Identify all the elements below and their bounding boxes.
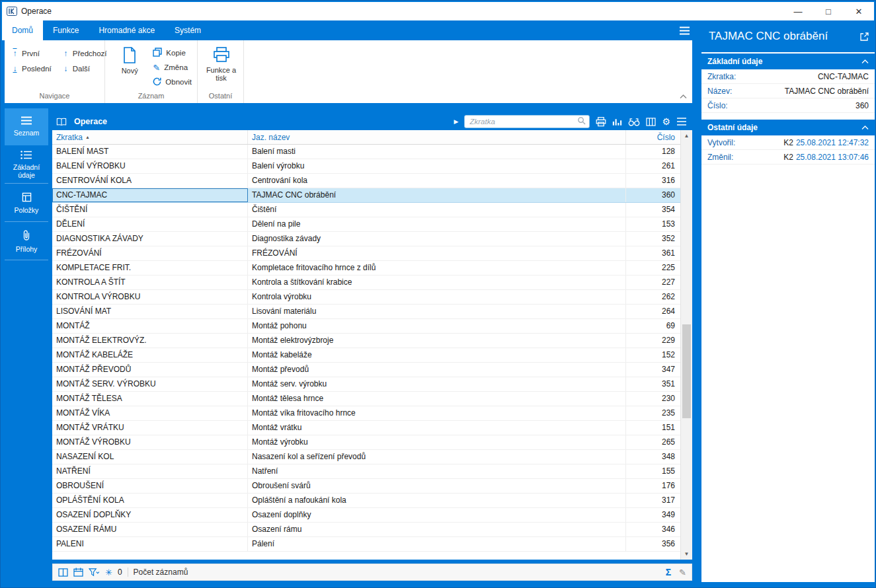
cell-nazev[interactable]: Kontrola výrobku [248, 290, 626, 304]
cell-cislo[interactable]: 152 [626, 348, 680, 362]
cell-cislo[interactable]: 153 [626, 217, 680, 231]
gear-icon[interactable]: ⚙ [662, 117, 670, 126]
cell-nazev[interactable]: Osazení rámu [248, 523, 626, 536]
cell-zkratka[interactable]: MONTÁŽ ELEKTROVÝZ. [52, 334, 248, 348]
cell-nazev[interactable]: Centrování kola [248, 174, 626, 188]
scroll-up-icon[interactable]: ▲ [681, 130, 692, 141]
view-columns-icon[interactable] [58, 568, 68, 577]
cell-zkratka[interactable]: OPLÁŠTĚNÍ KOLA [52, 494, 248, 507]
tab-hromadne-akce[interactable]: Hromadné akce [89, 20, 165, 40]
table-row[interactable]: KOMPLETACE FRIT.Kompletace fritovacího h… [52, 261, 680, 276]
cell-nazev[interactable]: Opláštění a nafoukání kola [248, 494, 626, 507]
cell-nazev[interactable]: Kompletace fritovacího hrnce z dílů [248, 261, 626, 275]
cell-zkratka[interactable]: CENTROVÁNÍ KOLA [52, 174, 248, 188]
cell-nazev[interactable]: Kontrola a štítkování krabice [248, 276, 626, 289]
cell-cislo[interactable]: 316 [626, 174, 680, 188]
table-row[interactable]: MONTÁŽMontáž pohonu69 [52, 319, 680, 334]
cell-zkratka[interactable]: MONTÁŽ VÍKA [52, 406, 248, 420]
cell-nazev[interactable]: Montáž víka fritovacího hrnce [248, 406, 626, 420]
cell-nazev[interactable]: Montáž pohonu [248, 319, 626, 333]
table-row[interactable]: NATŘENÍNatření155 [52, 464, 680, 479]
table-row[interactable]: MONTÁŽ PŘEVODŮMontáž převodů347 [52, 363, 680, 377]
cell-cislo[interactable]: 360 [626, 188, 680, 202]
print-icon[interactable] [596, 117, 606, 127]
ribbon-menu-icon[interactable] [679, 26, 690, 35]
cell-zkratka[interactable]: FRÉZOVÁNÍ [52, 246, 248, 260]
sidebar-item-prilohy[interactable]: Přílohy [5, 223, 48, 260]
refresh-button[interactable]: Obnovit [153, 75, 192, 89]
column-header-zkratka[interactable]: Zkratka ▲ [52, 130, 248, 144]
sidebar-item-seznam[interactable]: Seznam [5, 108, 48, 145]
cell-zkratka[interactable]: KOMPLETACE FRIT. [52, 261, 248, 275]
table-row[interactable]: DĚLENÍDělení na pile153 [52, 217, 680, 232]
maximize-button[interactable]: □ [813, 2, 844, 20]
cell-nazev[interactable]: Montáž kabeláže [248, 348, 626, 362]
cell-cislo[interactable]: 155 [626, 464, 680, 478]
expand-arrow-icon[interactable]: ▶ [454, 118, 459, 125]
cell-cislo[interactable]: 235 [626, 406, 680, 420]
table-row[interactable]: LISOVÁNÍ MATLisování materiálu264 [52, 305, 680, 319]
cell-cislo[interactable]: 317 [626, 494, 680, 507]
section-header-zakladni-udaje[interactable]: Základní údaje [701, 54, 875, 69]
table-row[interactable]: MONTÁŽ VÍKAMontáž víka fritovacího hrnce… [52, 406, 680, 421]
cell-nazev[interactable]: Dělení na pile [248, 217, 626, 231]
columns-icon[interactable] [646, 118, 656, 126]
cell-zkratka[interactable]: OBROUŠENÍ [52, 479, 248, 493]
cell-zkratka[interactable]: MONTÁŽ PŘEVODŮ [52, 363, 248, 377]
cell-zkratka[interactable]: MONTÁŽ SERV. VÝROBKU [52, 377, 248, 391]
cell-zkratka[interactable]: KONTROLA A ŠTÍT [52, 276, 248, 289]
cell-nazev[interactable]: TAJMAC CNC obrábění [248, 188, 626, 202]
cell-cislo[interactable]: 361 [626, 246, 680, 260]
table-row[interactable]: PALENIPálení356 [52, 537, 680, 552]
table-row[interactable]: MONTÁŽ ELEKTROVÝZ.Montáž elektrovýzbroje… [52, 334, 680, 348]
cell-cislo[interactable]: 261 [626, 159, 680, 173]
cell-zkratka[interactable]: OSAZENÍ DOPLŇKY [52, 508, 248, 522]
table-row[interactable]: BALENÍ MASTBalení masti128 [52, 145, 680, 159]
cell-cislo[interactable]: 347 [626, 363, 680, 377]
previous-record-button[interactable]: ↑Předchozí [62, 46, 107, 61]
open-in-window-icon[interactable] [859, 32, 869, 42]
cell-cislo[interactable]: 348 [626, 450, 680, 464]
table-row[interactable]: OSAZENÍ DOPLŇKYOsazení doplňky349 [52, 508, 680, 523]
cell-nazev[interactable]: Pálení [248, 537, 626, 551]
cell-cislo[interactable]: 225 [626, 261, 680, 275]
last-record-button[interactable]: ↓Poslední [11, 61, 52, 76]
next-record-button[interactable]: ↓Další [62, 61, 107, 76]
table-row[interactable]: FRÉZOVÁNÍFRÉZOVÁNÍ361 [52, 246, 680, 261]
cell-nazev[interactable]: Čištění [248, 203, 626, 217]
table-row[interactable]: DIAGNOSTIKA ZÁVADYDiagnostika závady352 [52, 232, 680, 246]
sidebar-item-zakladni-udaje[interactable]: Základní údaje [5, 147, 48, 184]
cell-zkratka[interactable]: CNC-TAJMAC [52, 188, 248, 202]
cell-zkratka[interactable]: NATŘENÍ [52, 464, 248, 478]
cell-nazev[interactable]: Natření [248, 464, 626, 478]
cell-zkratka[interactable]: MONTÁŽ VÝROBKU [52, 435, 248, 449]
cell-nazev[interactable]: Balení výrobku [248, 159, 626, 173]
cell-nazev[interactable]: Balení masti [248, 145, 626, 159]
tab-system[interactable]: Systém [165, 20, 211, 40]
column-header-cislo[interactable]: Číslo [626, 130, 680, 144]
cell-nazev[interactable]: Montáž vrátku [248, 421, 626, 435]
cell-zkratka[interactable]: ČIŠTĚNÍ [52, 203, 248, 217]
cell-nazev[interactable]: Montáž převodů [248, 363, 626, 377]
sum-icon[interactable]: Σ [666, 567, 671, 577]
first-record-button[interactable]: ↑První [11, 46, 52, 61]
cell-cislo[interactable]: 264 [626, 305, 680, 318]
cell-cislo[interactable]: 351 [626, 377, 680, 391]
cell-nazev[interactable]: Obroušení svárů [248, 479, 626, 493]
binoculars-icon[interactable] [628, 118, 640, 126]
cell-zkratka[interactable]: MONTÁŽ [52, 319, 248, 333]
functions-print-button[interactable]: Funkce a tisk [204, 46, 238, 91]
table-row[interactable]: KONTROLA A ŠTÍTKontrola a štítkování kra… [52, 276, 680, 290]
cell-cislo[interactable]: 229 [626, 334, 680, 348]
cell-nazev[interactable]: Montáž výrobku [248, 435, 626, 449]
sidebar-item-polozky[interactable]: Položky [5, 185, 48, 222]
section-header-ostatni-udaje[interactable]: Ostatní údaje [701, 120, 875, 135]
cell-nazev[interactable]: Nasazení kol a seřízení převodů [248, 450, 626, 464]
browser-menu-icon[interactable] [676, 118, 687, 126]
cell-zkratka[interactable]: BALENÍ MAST [52, 145, 248, 159]
cell-cislo[interactable]: 349 [626, 508, 680, 522]
cell-nazev[interactable]: Montáž elektrovýzbroje [248, 334, 626, 348]
edit-pencil-icon[interactable]: ✎ [679, 568, 686, 577]
cell-cislo[interactable]: 227 [626, 276, 680, 289]
cell-zkratka[interactable]: MONTÁŽ VRÁTKU [52, 421, 248, 435]
